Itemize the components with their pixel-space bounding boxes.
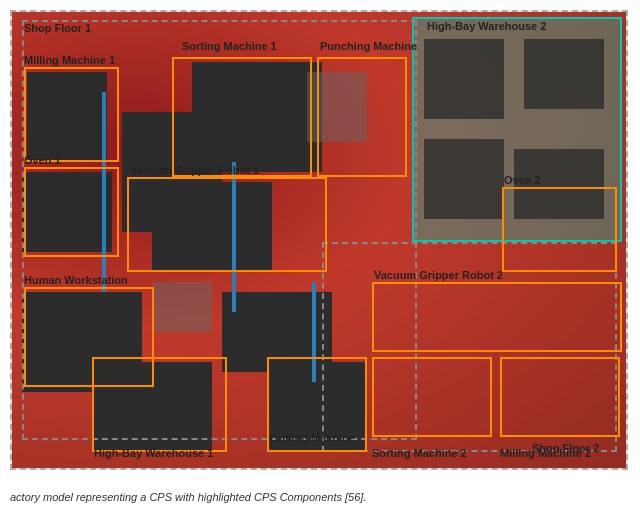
- sorting-machine-1-box: [172, 57, 312, 177]
- high-bay-warehouse-2-label: High-Bay Warehouse 2: [427, 20, 546, 32]
- drilling-machine-label: Drilling Machine: [270, 432, 355, 444]
- caption: actory model representing a CPS with hig…: [10, 491, 630, 503]
- oven-1-label: Oven 1: [24, 154, 61, 166]
- oven-2-label: Oven 2: [504, 174, 541, 186]
- hbw2-machine-3: [424, 139, 504, 219]
- sorting-machine-2-box: [372, 357, 492, 437]
- vacuum-gripper-robot-2-box: [372, 282, 622, 352]
- milling-machine-1-label: Milling Machine 1: [24, 54, 115, 66]
- vacuum-gripper-robot-1-box: [127, 177, 327, 272]
- milling-machine-1-box: [24, 67, 119, 162]
- hbw2-machine-1: [424, 39, 504, 119]
- punching-machine-box: [317, 57, 407, 177]
- oven-1-box: [24, 167, 119, 257]
- milling-machine-2-label: Milling Machine 2: [500, 447, 591, 459]
- milling-machine-2-box: [500, 357, 620, 437]
- high-bay-warehouse-1-box: [92, 357, 227, 452]
- sorting-machine-1-label: Sorting Machine 1: [182, 40, 277, 52]
- hbw2-machine-2: [524, 39, 604, 109]
- sorting-machine-2-label: Sorting Machine 2: [372, 447, 467, 459]
- vacuum-gripper-robot-1-label: Vacuum Gripper Robot 1: [130, 164, 259, 176]
- shop-floor-1-label: Shop Floor 1: [24, 22, 91, 34]
- human-workstation-label: Human Workstation: [24, 274, 128, 286]
- diagram-area: Shop Floor 1 Shop Floor 2 Milling Machin…: [10, 10, 628, 470]
- vacuum-gripper-robot-2-label: Vacuum Gripper Robot 2: [374, 269, 503, 281]
- oven-2-box: [502, 187, 617, 272]
- high-bay-warehouse-1-label: High-Bay Warehouse 1: [94, 447, 213, 459]
- page-container: Shop Floor 1 Shop Floor 2 Milling Machin…: [0, 0, 640, 507]
- punching-machine-label: Punching Machine: [320, 40, 417, 52]
